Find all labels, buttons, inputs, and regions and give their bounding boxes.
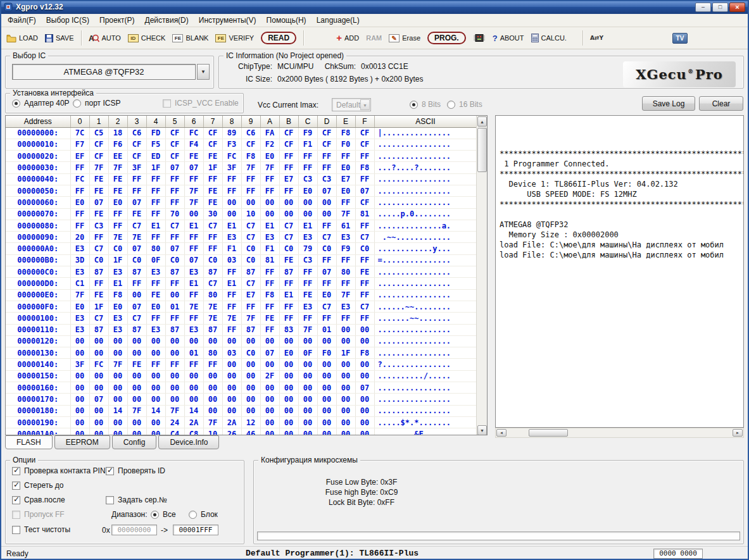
hex-byte[interactable]: 00: [336, 416, 355, 428]
hex-byte[interactable]: 7F: [184, 197, 203, 208]
ic-select-dropdown-button[interactable]: ▼: [197, 64, 210, 80]
icsp-port-radio[interactable]: порт ICSP: [73, 99, 120, 108]
hex-byte[interactable]: 7E: [127, 232, 146, 243]
hex-byte[interactable]: 87: [241, 266, 260, 278]
hex-byte[interactable]: E0: [336, 185, 355, 196]
hex-byte[interactable]: 00: [298, 394, 317, 405]
hex-byte[interactable]: FF: [317, 313, 336, 324]
hex-byte[interactable]: 07: [317, 266, 336, 278]
adapter-40p-radio[interactable]: Адаптер 40P: [12, 99, 70, 108]
hex-byte[interactable]: 87: [89, 266, 108, 278]
hex-byte[interactable]: FF: [127, 278, 146, 289]
hex-byte[interactable]: 87: [165, 266, 184, 278]
menu-item[interactable]: Файл(F): [3, 14, 41, 27]
hex-byte[interactable]: 20: [70, 232, 89, 243]
hex-byte[interactable]: 00: [298, 382, 317, 394]
hex-byte[interactable]: FF: [336, 254, 355, 266]
hex-byte[interactable]: FE: [127, 208, 146, 220]
hex-byte[interactable]: 7F: [108, 359, 127, 370]
hex-byte[interactable]: 00: [146, 370, 165, 382]
hex-byte[interactable]: F8: [355, 347, 374, 359]
hex-byte[interactable]: 87: [203, 324, 222, 335]
hex-byte[interactable]: FF: [222, 173, 241, 185]
bin-hex-converter-icon[interactable]: A⇄Y: [590, 35, 603, 41]
scroll-right-arrow-icon[interactable]: ►: [733, 429, 743, 437]
hex-byte[interactable]: 10: [203, 428, 222, 435]
hex-byte[interactable]: CF: [355, 127, 374, 139]
hex-byte[interactable]: 00: [203, 370, 222, 382]
hex-byte[interactable]: FF: [317, 254, 336, 266]
hex-byte[interactable]: F8: [241, 151, 260, 162]
hex-byte[interactable]: FF: [70, 162, 89, 173]
save-log-button[interactable]: Save Log: [642, 96, 695, 111]
hex-byte[interactable]: FF: [317, 220, 336, 231]
hex-byte[interactable]: 00: [222, 370, 241, 382]
hex-byte[interactable]: C7: [203, 278, 222, 289]
hex-byte[interactable]: E3: [146, 266, 165, 278]
hex-byte[interactable]: 07: [165, 162, 184, 173]
hex-byte[interactable]: 00: [336, 335, 355, 347]
save-button[interactable]: SAVE: [45, 34, 74, 42]
hex-byte[interactable]: FF: [146, 208, 165, 220]
hex-byte[interactable]: F7: [70, 139, 89, 150]
hex-byte[interactable]: FF: [279, 151, 298, 162]
hex-byte[interactable]: FC: [89, 359, 108, 370]
hex-byte[interactable]: 7E: [203, 301, 222, 312]
hex-byte[interactable]: 7F: [108, 162, 127, 173]
hex-byte[interactable]: F6: [108, 139, 127, 150]
hex-byte[interactable]: CF: [165, 151, 184, 162]
hex-byte[interactable]: 00: [317, 416, 336, 428]
hex-byte[interactable]: F8: [336, 127, 355, 139]
blank-check-checkbox[interactable]: Тест чистоты: [12, 525, 70, 534]
hex-byte[interactable]: 00: [260, 394, 279, 405]
hex-byte[interactable]: C7: [355, 301, 374, 312]
hex-byte[interactable]: FF: [355, 313, 374, 324]
hex-byte[interactable]: 00: [336, 370, 355, 382]
check-id-checkbox[interactable]: Проверять ID: [106, 466, 165, 475]
hex-byte[interactable]: 07: [89, 394, 108, 405]
hex-byte[interactable]: FF: [70, 220, 89, 231]
hex-byte[interactable]: 10: [241, 208, 260, 220]
hex-byte[interactable]: 7F: [165, 405, 184, 416]
hex-byte[interactable]: E7: [336, 173, 355, 185]
hex-byte[interactable]: E3: [298, 232, 317, 243]
hex-byte[interactable]: FF: [146, 313, 165, 324]
hex-byte[interactable]: 7F: [336, 208, 355, 220]
hex-byte[interactable]: CF: [279, 139, 298, 150]
scroll-left-arrow-icon[interactable]: ◄: [496, 429, 507, 437]
hex-byte[interactable]: 00: [260, 208, 279, 220]
hex-byte[interactable]: E1: [108, 278, 127, 289]
hex-byte[interactable]: E3: [298, 301, 317, 312]
16-bits-radio[interactable]: 16 Bits: [447, 100, 482, 109]
hex-byte[interactable]: FF: [70, 208, 89, 220]
hex-byte[interactable]: 00: [146, 382, 165, 394]
hex-byte[interactable]: 00: [165, 394, 184, 405]
hex-byte[interactable]: F4: [184, 139, 203, 150]
verify-after-checkbox[interactable]: Срав.после: [12, 495, 65, 504]
hex-byte[interactable]: 00: [317, 359, 336, 370]
hex-byte[interactable]: 00: [279, 405, 298, 416]
hex-byte[interactable]: 00: [146, 428, 165, 435]
hex-byte[interactable]: 00: [279, 394, 298, 405]
hex-byte[interactable]: EF: [70, 151, 89, 162]
hex-byte[interactable]: E1: [260, 220, 279, 231]
hex-byte[interactable]: CF: [127, 151, 146, 162]
hex-byte[interactable]: FE: [203, 185, 222, 196]
hex-byte[interactable]: FE: [260, 313, 279, 324]
hex-byte[interactable]: FC: [184, 127, 203, 139]
hex-byte[interactable]: FF: [184, 313, 203, 324]
hex-byte[interactable]: 00: [298, 370, 317, 382]
hex-byte[interactable]: C7: [279, 232, 298, 243]
hex-byte[interactable]: CF: [127, 139, 146, 150]
hex-byte[interactable]: 1F: [108, 254, 127, 266]
hex-byte[interactable]: F5: [146, 139, 165, 150]
hex-byte[interactable]: 00: [241, 382, 260, 394]
hex-byte[interactable]: FF: [70, 185, 89, 196]
hex-byte[interactable]: 14: [108, 405, 127, 416]
hex-byte[interactable]: E0: [70, 301, 89, 312]
check-button[interactable]: ID CHECK: [128, 34, 166, 42]
blank-button[interactable]: FE BLANK: [172, 34, 208, 42]
hex-byte[interactable]: FF: [222, 289, 241, 301]
hex-byte[interactable]: FF: [317, 151, 336, 162]
close-button[interactable]: ×: [729, 3, 745, 12]
